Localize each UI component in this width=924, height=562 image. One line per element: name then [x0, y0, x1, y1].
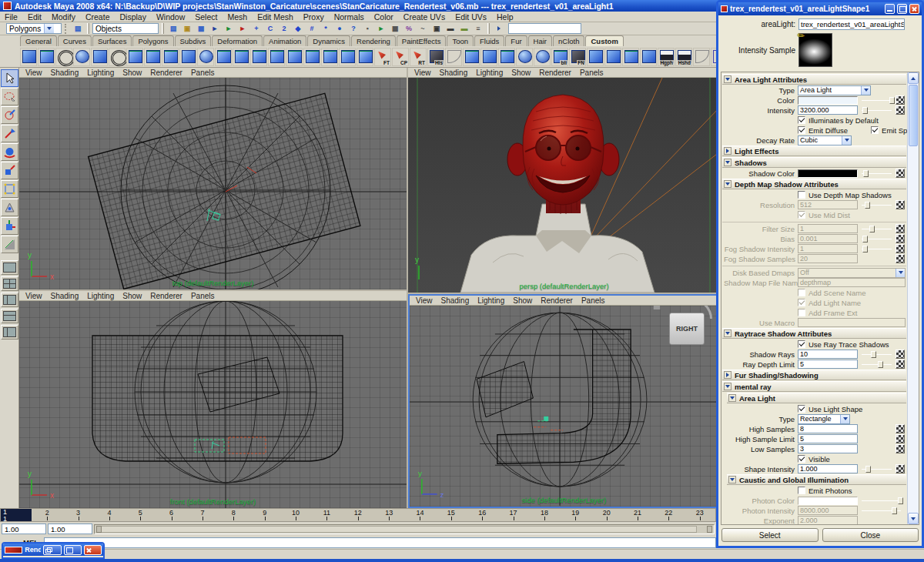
viewport-menu-item[interactable]: Panels — [191, 292, 215, 300]
scroll-down-icon[interactable] — [908, 513, 919, 524]
map-button[interactable] — [896, 464, 905, 473]
status-icon[interactable]: ▦ — [195, 23, 207, 34]
shelf-tab[interactable]: Custom — [585, 35, 623, 46]
soft-mod-tool[interactable] — [1, 199, 18, 216]
viewport-menu-item[interactable]: Panels — [191, 69, 215, 77]
ray-depth-limit-slider[interactable] — [862, 360, 892, 369]
shelf-icon[interactable]: RT — [410, 48, 427, 66]
timeline-frame-tick[interactable]: 18 — [529, 509, 560, 521]
section-light-effects[interactable]: Light Effects — [722, 146, 906, 156]
timeline-frame-tick[interactable]: 23 — [685, 509, 715, 521]
close-button[interactable] — [909, 4, 919, 14]
shelf-icon[interactable] — [109, 48, 126, 66]
emit-diffuse-checkbox[interactable] — [798, 126, 805, 134]
menu-item[interactable]: Edit Mesh — [257, 12, 293, 22]
timeline-frame-tick[interactable]: 2 — [32, 509, 62, 521]
status-icon[interactable]: ▤ — [72, 23, 84, 34]
timeline-frame-tick[interactable]: 17 — [497, 509, 528, 521]
low-samples-field[interactable]: 3 — [798, 444, 858, 453]
shelf-icon[interactable]: His — [427, 48, 444, 66]
timeline-frame-tick[interactable]: 11 — [311, 509, 342, 521]
shelf-tab[interactable]: Polygons — [132, 35, 173, 46]
shelf-tab[interactable]: PaintEffects — [397, 35, 447, 46]
lasso-tool[interactable] — [1, 88, 18, 105]
map-button[interactable] — [896, 350, 905, 359]
timeline-frame-tick[interactable]: 13 — [373, 509, 404, 521]
shelf-tab[interactable]: Curves — [58, 35, 92, 46]
shelf-icon[interactable] — [268, 48, 285, 66]
shelf-icon[interactable] — [604, 48, 621, 66]
dropdown-arrow-icon[interactable] — [44, 24, 54, 33]
mel-input-field[interactable] — [44, 537, 716, 548]
shelf-tab[interactable]: Fluids — [474, 35, 504, 46]
dropdown-arrow-icon[interactable] — [861, 86, 870, 95]
viewport-menu-item[interactable]: View — [25, 292, 42, 300]
status-icon[interactable]: ▣ — [181, 23, 193, 34]
status-icon[interactable]: ▬ — [444, 23, 457, 34]
collapse-arrow-icon[interactable] — [724, 330, 732, 337]
layout-four-pane-button[interactable] — [1, 276, 18, 291]
shadow-rays-field[interactable]: 10 — [798, 350, 858, 359]
visible-checkbox[interactable] — [798, 455, 805, 463]
color-swatch[interactable] — [798, 96, 858, 105]
collapse-arrow-icon[interactable] — [724, 383, 732, 390]
status-icon[interactable]: ▣ — [430, 23, 443, 34]
shelf-icon[interactable] — [38, 48, 55, 66]
shelf-icon[interactable] — [55, 48, 72, 66]
status-icon[interactable]: ~ — [417, 23, 429, 34]
use-depth-map-shadows-checkbox[interactable] — [798, 191, 805, 199]
viewport-menu-item[interactable]: Panels — [580, 69, 604, 77]
color-slider[interactable] — [862, 96, 892, 105]
shape-intensity-slider[interactable] — [862, 465, 892, 473]
viewport-menu-item[interactable]: Renderer — [150, 69, 182, 77]
timeline-frame-tick[interactable]: 6 — [156, 509, 186, 521]
viewport-menu-item[interactable]: Shading — [441, 296, 470, 305]
shelf-icon[interactable] — [587, 48, 604, 66]
shelf-icon[interactable] — [73, 48, 90, 66]
close-button[interactable]: Close — [822, 528, 919, 542]
status-icon[interactable]: ► — [223, 23, 235, 34]
menu-item[interactable]: Window — [156, 12, 185, 22]
dropdown-arrow-icon[interactable] — [842, 136, 851, 145]
shelf-icon[interactable] — [162, 48, 179, 66]
range-handle-left[interactable] — [96, 526, 102, 533]
show-field-arrow-icon[interactable] — [493, 23, 505, 34]
section-raytrace-shadows[interactable]: Raytrace Shadow Attributes — [722, 328, 906, 339]
layout-outliner-persp-button[interactable] — [1, 293, 18, 307]
show-manipulator-tool[interactable] — [1, 217, 18, 235]
scroll-up-icon[interactable] — [908, 72, 919, 84]
shelf-tab[interactable]: Subdivs — [175, 35, 212, 46]
viewport-menu-item[interactable]: Show — [511, 69, 531, 77]
timeline-frame-tick[interactable]: 22 — [653, 509, 684, 521]
shelf-icon[interactable] — [250, 48, 267, 66]
menu-item[interactable]: Create UVs — [403, 12, 445, 22]
menu-item[interactable]: Help — [497, 12, 514, 22]
shelf-icon[interactable] — [286, 48, 303, 66]
minimize-button[interactable] — [885, 4, 895, 14]
layout-split-pane-button[interactable] — [1, 309, 18, 323]
viewport-menu-item[interactable]: Lighting — [87, 69, 114, 77]
expand-arrow-icon[interactable] — [724, 371, 732, 379]
maximize-button[interactable] — [897, 4, 907, 14]
timeline-frame-tick[interactable]: 12 — [343, 509, 373, 521]
viewport-menu-item[interactable]: View — [414, 69, 431, 77]
select-tool[interactable] — [1, 69, 18, 87]
viewport-menu-item[interactable]: Show — [122, 69, 142, 77]
status-icon[interactable]: * — [320, 23, 332, 34]
timeline-frame-tick[interactable]: 15 — [436, 509, 467, 521]
section-shadows[interactable]: Shadows — [722, 157, 906, 168]
last-tool[interactable] — [1, 236, 18, 253]
viewport-front[interactable]: ViewShadingLightingShowRendererPanels — [19, 291, 407, 508]
viewport-side-active[interactable]: ViewShadingLightingShowRendererPanels — [408, 294, 720, 508]
timeline-frame-tick[interactable]: 5 — [125, 509, 156, 521]
selection-mask-dropdown[interactable]: Objects — [92, 23, 159, 34]
intensity-sample-swatch[interactable]: ✎ — [798, 33, 832, 67]
use-light-shape-checkbox[interactable] — [798, 405, 805, 413]
timeline-frame-tick[interactable]: 19 — [560, 509, 591, 521]
render-window-titlebar[interactable]: Render... — [3, 544, 103, 556]
status-icon[interactable]: # — [306, 23, 318, 34]
collapse-arrow-icon[interactable] — [728, 476, 736, 483]
viewport-menu-item[interactable]: Shading — [51, 69, 79, 77]
shelf-icon[interactable] — [357, 48, 373, 66]
viewport-menu-item[interactable]: Shading — [440, 69, 468, 77]
